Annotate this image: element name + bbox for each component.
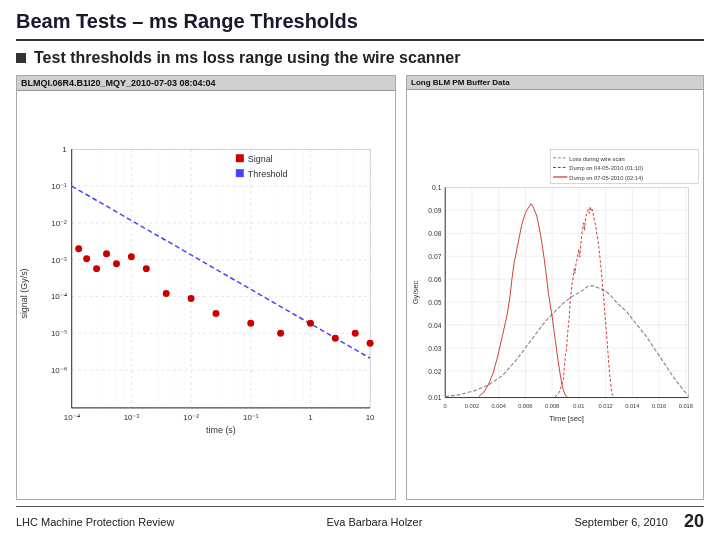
content-area: BLMQI.06R4.B1I20_MQY_2010-07-03 08:04:04 bbox=[16, 75, 704, 500]
slide-title: Beam Tests – ms Range Thresholds bbox=[16, 10, 358, 32]
right-chart: Long BLM PM Buffer Data Loss during wire… bbox=[406, 75, 704, 500]
left-chart-inner: 1 10⁻¹ 10⁻² 10⁻³ 10⁻⁴ 10⁻⁵ 10⁻⁶ 10⁻⁴ 10⁻… bbox=[17, 91, 395, 496]
svg-point-51 bbox=[93, 265, 100, 272]
svg-text:0.07: 0.07 bbox=[428, 253, 441, 260]
svg-text:0.04: 0.04 bbox=[428, 322, 441, 329]
svg-text:10: 10 bbox=[366, 413, 375, 422]
svg-text:1: 1 bbox=[308, 413, 313, 422]
right-chart-svg: Loss during wire scan Dump on 04-05-2010… bbox=[407, 90, 703, 495]
svg-text:0.02: 0.02 bbox=[428, 368, 441, 375]
svg-text:0.08: 0.08 bbox=[428, 230, 441, 237]
svg-rect-77 bbox=[445, 187, 688, 397]
svg-point-63 bbox=[352, 330, 359, 337]
svg-text:10⁻⁴: 10⁻⁴ bbox=[64, 413, 80, 422]
svg-text:0.09: 0.09 bbox=[428, 207, 441, 214]
svg-text:0.012: 0.012 bbox=[598, 403, 612, 409]
right-chart-header: Long BLM PM Buffer Data bbox=[407, 76, 703, 90]
footer-page-number: 20 bbox=[684, 511, 704, 532]
svg-text:10⁻¹: 10⁻¹ bbox=[51, 182, 67, 191]
svg-text:Threshold: Threshold bbox=[248, 169, 288, 179]
svg-text:0.006: 0.006 bbox=[518, 403, 532, 409]
svg-text:0.1: 0.1 bbox=[432, 184, 442, 191]
svg-point-49 bbox=[75, 245, 82, 252]
svg-text:0.01: 0.01 bbox=[428, 394, 441, 401]
svg-text:10⁻¹: 10⁻¹ bbox=[243, 413, 259, 422]
svg-text:0.018: 0.018 bbox=[679, 403, 693, 409]
svg-point-64 bbox=[367, 340, 374, 347]
svg-text:0.004: 0.004 bbox=[492, 403, 507, 409]
svg-text:10⁻⁶: 10⁻⁶ bbox=[51, 366, 67, 375]
svg-text:Signal: Signal bbox=[248, 154, 273, 164]
svg-point-61 bbox=[307, 320, 314, 327]
svg-point-54 bbox=[128, 253, 135, 260]
svg-text:Dump on 07-05-2010 (02:14): Dump on 07-05-2010 (02:14) bbox=[569, 175, 643, 181]
svg-text:10⁻³: 10⁻³ bbox=[124, 413, 140, 422]
footer-left-text: LHC Machine Protection Review bbox=[16, 516, 174, 528]
svg-text:1: 1 bbox=[62, 145, 67, 154]
svg-text:0.008: 0.008 bbox=[545, 403, 559, 409]
svg-point-56 bbox=[163, 290, 170, 297]
svg-text:0.014: 0.014 bbox=[625, 403, 640, 409]
subtitle-row: Test thresholds in ms loss range using t… bbox=[16, 49, 704, 67]
svg-rect-1 bbox=[72, 149, 370, 408]
svg-text:0.016: 0.016 bbox=[652, 403, 666, 409]
svg-text:time (s): time (s) bbox=[206, 425, 236, 435]
footer-date: September 6, 2010 bbox=[574, 516, 668, 528]
subtitle-text: Test thresholds in ms loss range using t… bbox=[34, 49, 460, 67]
svg-text:10⁻⁴: 10⁻⁴ bbox=[51, 292, 67, 301]
svg-point-55 bbox=[143, 265, 150, 272]
svg-text:0.03: 0.03 bbox=[428, 345, 441, 352]
svg-text:10⁻³: 10⁻³ bbox=[51, 256, 67, 265]
svg-text:10⁻²: 10⁻² bbox=[51, 219, 67, 228]
left-chart-svg: 1 10⁻¹ 10⁻² 10⁻³ 10⁻⁴ 10⁻⁵ 10⁻⁶ 10⁻⁴ 10⁻… bbox=[17, 91, 395, 496]
slide-footer: LHC Machine Protection Review Eva Barbar… bbox=[16, 506, 704, 532]
left-chart-header: BLMQI.06R4.B1I20_MQY_2010-07-03 08:04:04 bbox=[17, 76, 395, 91]
svg-text:10⁻²: 10⁻² bbox=[183, 413, 199, 422]
footer-right: September 6, 2010 20 bbox=[574, 511, 704, 532]
svg-point-57 bbox=[188, 295, 195, 302]
svg-point-50 bbox=[83, 255, 90, 262]
right-chart-title: Long BLM PM Buffer Data bbox=[411, 78, 510, 87]
left-chart: BLMQI.06R4.B1I20_MQY_2010-07-03 08:04:04 bbox=[16, 75, 396, 500]
svg-point-62 bbox=[332, 335, 339, 342]
svg-point-60 bbox=[277, 330, 284, 337]
bullet-icon bbox=[16, 53, 26, 63]
svg-text:0: 0 bbox=[444, 403, 447, 409]
svg-text:0.01: 0.01 bbox=[573, 403, 584, 409]
footer-center-text: Eva Barbara Holzer bbox=[326, 516, 422, 528]
svg-text:0.06: 0.06 bbox=[428, 276, 441, 283]
slide-page: Beam Tests – ms Range Thresholds Test th… bbox=[0, 0, 720, 540]
svg-point-53 bbox=[113, 260, 120, 267]
svg-text:Dump on 04-05-2010 (01:10): Dump on 04-05-2010 (01:10) bbox=[569, 165, 643, 171]
svg-text:Loss during wire scan: Loss during wire scan bbox=[569, 156, 624, 162]
svg-text:Gy/sec: Gy/sec bbox=[411, 280, 420, 304]
svg-point-52 bbox=[103, 250, 110, 257]
svg-point-58 bbox=[212, 310, 219, 317]
svg-text:0.05: 0.05 bbox=[428, 299, 441, 306]
slide-header: Beam Tests – ms Range Thresholds bbox=[16, 10, 704, 41]
svg-text:signal (Gy/s): signal (Gy/s) bbox=[19, 268, 29, 318]
svg-rect-67 bbox=[236, 169, 244, 177]
svg-point-59 bbox=[247, 320, 254, 327]
svg-rect-65 bbox=[236, 154, 244, 162]
svg-text:0.002: 0.002 bbox=[465, 403, 479, 409]
svg-text:10⁻⁵: 10⁻⁵ bbox=[51, 329, 67, 338]
right-chart-inner: Loss during wire scan Dump on 04-05-2010… bbox=[407, 90, 703, 495]
svg-text:Time [sec]: Time [sec] bbox=[549, 414, 584, 423]
